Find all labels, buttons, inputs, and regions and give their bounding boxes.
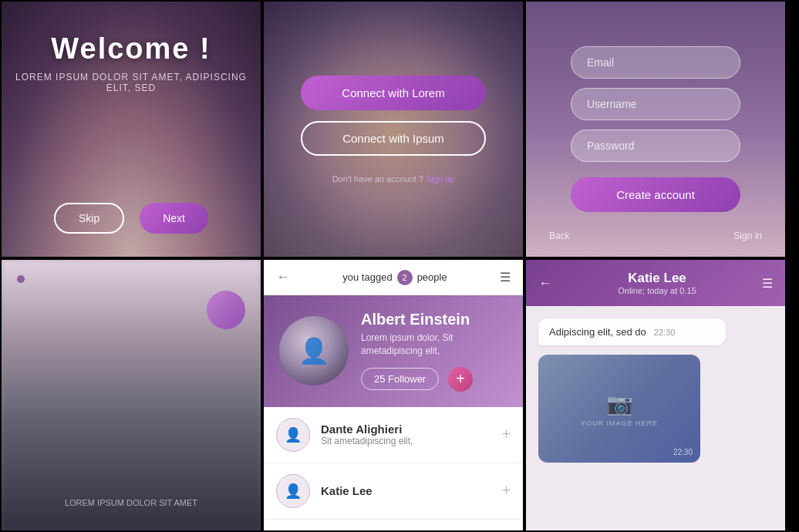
add-featured-button[interactable]: +: [448, 367, 473, 392]
add-dante-icon[interactable]: +: [502, 426, 511, 443]
profile-blur-panel: LOREM IPSUM DOLOR SIT AMET: [0, 258, 262, 532]
connect-lorem-button[interactable]: Connect with Lorem: [301, 76, 486, 110]
featured-description: Lorem ipsum dolor, Sit ametadipiscing el…: [361, 332, 507, 358]
back-arrow-icon[interactable]: ←: [276, 269, 290, 285]
person-name-dante: Dante Alighieri: [321, 423, 491, 436]
header-suffix: people: [417, 271, 447, 283]
email-field[interactable]: [571, 46, 740, 79]
featured-info: Albert Einstein Lorem ipsum dolor, Sit a…: [361, 311, 507, 392]
follower-count: 25 Follower: [361, 368, 439, 390]
profile-bottom-text: LOREM IPSUM DOLOR SIT AMET: [65, 498, 197, 507]
message-bubble: Adipiscing elit, sed do 22:30: [538, 318, 726, 345]
chat-menu-icon[interactable]: ☰: [762, 276, 773, 291]
image-placeholder: 📷 YOUR IMAGE HERE 22:30: [538, 355, 700, 463]
person-name-katie: Katie Lee: [321, 484, 491, 497]
welcome-content: Welcome ! LOREM IPSUM DOLOR SIT AMET, AD…: [2, 2, 261, 257]
welcome-subtitle: LOREM IPSUM DOLOR SIT AMET, ADIPISCING E…: [2, 72, 261, 93]
message-time: 22:30: [654, 328, 676, 337]
welcome-buttons: Skip Next: [2, 203, 261, 234]
featured-name: Albert Einstein: [361, 311, 507, 328]
person-avatar-katie: 👤: [276, 474, 310, 508]
person-row: 👤 Katie Lee +: [264, 463, 523, 520]
person-icon-katie: 👤: [285, 483, 302, 500]
camera-icon: 📷: [606, 391, 633, 416]
connect-content: Connect with Lorem Connect with Ipsum Do…: [264, 2, 523, 257]
message-text: Adipiscing elit, sed do: [549, 326, 646, 338]
create-account-button[interactable]: Create account: [571, 177, 740, 212]
avatar: [207, 291, 245, 329]
featured-actions: 25 Follower +: [361, 367, 507, 392]
profile-content: LOREM IPSUM DOLOR SIT AMET: [2, 260, 261, 530]
connect-panel: Connect with Lorem Connect with Ipsum Do…: [262, 0, 524, 258]
header-title-text: you tagged: [342, 271, 392, 283]
person-info-dante: Dante Alighieri Sit ametadipiscing elit,: [321, 423, 491, 446]
featured-person-icon: 👤: [298, 336, 329, 365]
featured-avatar: 👤: [279, 316, 349, 386]
chat-header-info: Katie Lee Online; today at 0.15: [552, 271, 762, 295]
indicator-dot: [17, 275, 25, 283]
username-field[interactable]: [571, 88, 740, 120]
signup-prompt: Don't have an account ?: [332, 174, 423, 184]
skip-button[interactable]: Skip: [54, 203, 124, 234]
chat-header: ← Katie Lee Online; today at 0.15 ☰: [526, 260, 785, 306]
person-avatar-dante: 👤: [276, 418, 310, 452]
register-content: Create account: [526, 2, 785, 257]
person-info-katie: Katie Lee: [321, 484, 491, 497]
chat-messages: Adipiscing elit, sed do 22:30 📷 YOUR IMA…: [526, 306, 785, 530]
header-title: you tagged 2 people: [342, 270, 447, 285]
welcome-panel: Welcome ! LOREM IPSUM DOLOR SIT AMET, AD…: [0, 0, 262, 258]
chat-panel: ← Katie Lee Online; today at 0.15 ☰ Adip…: [524, 258, 787, 532]
people-list: 👤 Dante Alighieri Sit ametadipiscing eli…: [264, 407, 523, 530]
featured-person-card: 👤 Albert Einstein Lorem ipsum dolor, Sit…: [264, 295, 523, 407]
image-time: 22:30: [673, 448, 693, 456]
tagged-panel: ← you tagged 2 people ☰ 👤 Albert Einstei…: [262, 258, 524, 532]
add-katie-icon[interactable]: +: [502, 482, 511, 500]
signup-section: Don't have an account ? Sign up: [332, 174, 455, 184]
person-row: 👤 Dante Alighieri Sit ametadipiscing eli…: [264, 407, 523, 463]
menu-icon[interactable]: ☰: [500, 270, 511, 285]
chat-contact-status: Online; today at 0.15: [552, 286, 762, 295]
welcome-title: Welcome !: [51, 32, 211, 66]
tagged-header: ← you tagged 2 people ☰: [264, 260, 523, 295]
next-button[interactable]: Next: [140, 203, 208, 234]
image-label: YOUR IMAGE HERE: [581, 419, 658, 427]
register-panel: Create account Back Sign in: [524, 0, 787, 258]
password-field[interactable]: [571, 130, 740, 162]
tagged-count-badge: 2: [397, 270, 413, 285]
chat-back-icon[interactable]: ←: [538, 275, 552, 291]
signup-link[interactable]: Sign up: [426, 174, 454, 184]
person-icon-dante: 👤: [285, 426, 302, 443]
person-desc-dante: Sit ametadipiscing elit,: [321, 436, 491, 446]
chat-contact-name: Katie Lee: [552, 271, 762, 286]
connect-ipsum-button[interactable]: Connect with Ipsum: [301, 121, 486, 156]
